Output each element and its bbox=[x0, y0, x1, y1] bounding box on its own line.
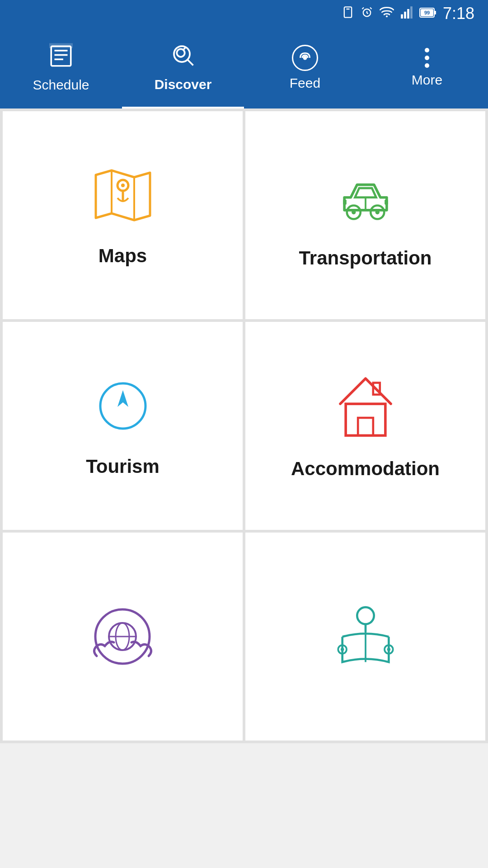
feed-label: Feed bbox=[290, 75, 320, 91]
schedule-label: Schedule bbox=[33, 77, 89, 93]
maps-icon bbox=[87, 164, 159, 227]
svg-rect-15 bbox=[51, 46, 71, 66]
svg-point-32 bbox=[375, 210, 379, 214]
discover-icon bbox=[169, 42, 197, 72]
svg-point-48 bbox=[340, 647, 343, 651]
svg-line-21 bbox=[188, 60, 193, 66]
svg-line-4 bbox=[362, 7, 364, 9]
nav-bar: Schedule Discover Feed bbox=[0, 27, 488, 108]
discover-label: Discover bbox=[155, 77, 212, 92]
svg-marker-37 bbox=[117, 390, 128, 407]
welfare-icon bbox=[88, 602, 158, 672]
signal-icon bbox=[400, 6, 413, 22]
wifi-icon bbox=[380, 6, 394, 22]
more-label: More bbox=[412, 72, 442, 88]
alarm-icon bbox=[361, 6, 373, 22]
tab-discover[interactable]: Discover bbox=[122, 27, 244, 108]
svg-rect-35 bbox=[385, 199, 388, 204]
svg-rect-39 bbox=[346, 404, 385, 435]
svg-rect-40 bbox=[358, 418, 373, 435]
svg-point-22 bbox=[177, 49, 185, 57]
svg-point-28 bbox=[121, 184, 125, 187]
svg-rect-8 bbox=[404, 11, 406, 18]
svg-point-24 bbox=[304, 57, 306, 59]
maps-label: Maps bbox=[99, 245, 147, 267]
tab-feed[interactable]: Feed bbox=[244, 27, 366, 108]
svg-rect-7 bbox=[401, 14, 403, 18]
feed-icon bbox=[292, 45, 318, 71]
svg-point-50 bbox=[387, 647, 390, 651]
accommodation-cell[interactable]: Accommodation bbox=[245, 322, 485, 530]
transportation-cell[interactable]: Transportation bbox=[245, 111, 485, 319]
svg-rect-10 bbox=[410, 6, 413, 19]
svg-rect-0 bbox=[344, 7, 352, 17]
svg-line-5 bbox=[370, 7, 372, 9]
accommodation-icon bbox=[334, 372, 397, 440]
status-icons: 99 7:18 bbox=[342, 4, 474, 23]
svg-rect-9 bbox=[407, 9, 409, 19]
more-icon bbox=[425, 48, 429, 68]
status-time: 7:18 bbox=[443, 4, 474, 23]
svg-text:99: 99 bbox=[424, 10, 430, 15]
svg-point-45 bbox=[357, 607, 374, 624]
battery-icon: 99 bbox=[419, 7, 436, 21]
status-bar: 99 7:18 bbox=[0, 0, 488, 27]
tab-schedule[interactable]: Schedule bbox=[0, 27, 122, 108]
welfare-cell[interactable] bbox=[3, 533, 243, 741]
tourism-cell[interactable]: Tourism bbox=[3, 322, 243, 530]
tab-more[interactable]: More bbox=[366, 27, 488, 108]
svg-line-23 bbox=[183, 48, 185, 50]
svg-rect-34 bbox=[343, 199, 347, 204]
maps-cell[interactable]: Maps bbox=[3, 111, 243, 319]
svg-point-31 bbox=[352, 210, 356, 214]
info-cell[interactable] bbox=[245, 533, 485, 741]
schedule-icon bbox=[48, 43, 74, 73]
transportation-label: Transportation bbox=[299, 247, 432, 269]
svg-rect-19 bbox=[50, 44, 72, 47]
tourism-label: Tourism bbox=[86, 456, 160, 477]
svg-point-6 bbox=[386, 15, 388, 17]
info-icon bbox=[334, 602, 397, 672]
transportation-icon bbox=[332, 161, 399, 229]
tourism-icon bbox=[91, 374, 155, 438]
discover-grid: Maps Transportation bbox=[0, 108, 488, 743]
accommodation-label: Accommodation bbox=[291, 458, 440, 480]
svg-rect-12 bbox=[434, 11, 436, 14]
phone-icon bbox=[342, 6, 354, 22]
